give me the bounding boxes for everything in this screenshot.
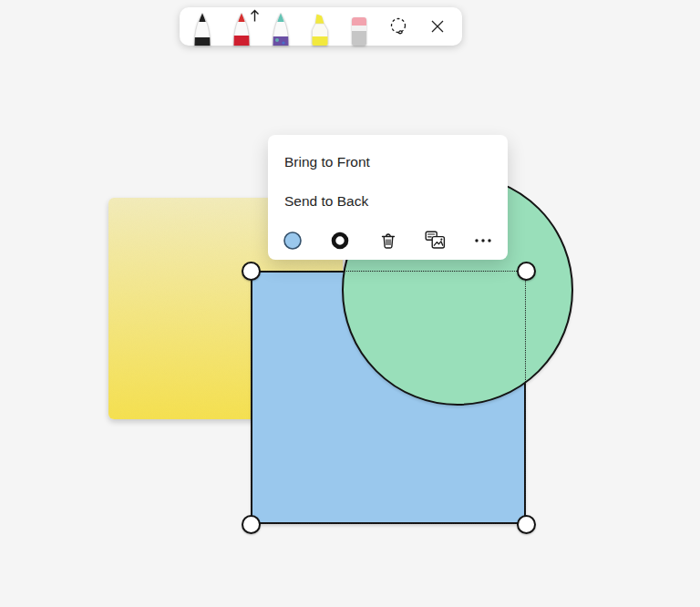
copy-as-image-button[interactable] — [425, 230, 447, 252]
copy-as-image-icon — [425, 231, 446, 250]
more-options-icon — [473, 231, 493, 251]
eraser-icon — [347, 13, 371, 46]
selection-handle-bottom-right[interactable] — [517, 515, 536, 534]
fill-color-button[interactable] — [282, 230, 304, 252]
selection-handle-bottom-left[interactable] — [242, 515, 261, 534]
tool-galaxy-pen[interactable] — [269, 7, 293, 46]
galaxy-pen-icon — [269, 13, 293, 46]
lasso-select-button[interactable] — [386, 7, 410, 46]
outline-color-button[interactable] — [329, 230, 351, 252]
active-pen-arrow-icon — [249, 8, 261, 23]
black-pen-icon — [190, 13, 214, 46]
tool-highlighter[interactable] — [308, 7, 332, 46]
delete-icon — [379, 231, 397, 250]
canvas[interactable]: Bring to Front Send to Back — [0, 0, 700, 607]
lasso-select-icon — [388, 16, 408, 36]
outline-color-icon — [330, 231, 350, 251]
highlighter-icon — [308, 13, 332, 46]
shape-context-menu: Bring to Front Send to Back — [268, 135, 508, 260]
pen-toolbar — [180, 7, 462, 46]
fill-color-icon — [283, 231, 303, 251]
menu-item-bring-to-front[interactable]: Bring to Front — [268, 142, 508, 181]
context-menu-actions — [268, 221, 508, 260]
tool-black-pen[interactable] — [190, 7, 214, 46]
menu-item-send-to-back[interactable]: Send to Back — [268, 181, 508, 221]
tool-red-pen[interactable] — [230, 7, 253, 46]
tool-eraser[interactable] — [347, 7, 371, 46]
delete-button[interactable] — [377, 230, 399, 252]
selection-handle-top-right[interactable] — [517, 262, 536, 281]
close-toolbar-button[interactable] — [426, 7, 449, 46]
more-options-button[interactable] — [472, 230, 494, 252]
selection-handle-top-left[interactable] — [242, 262, 261, 281]
close-icon — [428, 17, 447, 36]
